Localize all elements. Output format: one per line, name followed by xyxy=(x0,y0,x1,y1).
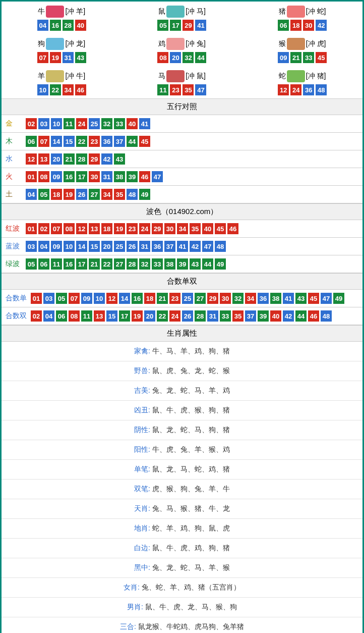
zodiac-animal-icon xyxy=(287,38,305,50)
number-ball: 35 xyxy=(190,223,201,234)
attr-row: 男肖: 鼠、牛、虎、龙、马、猴、狗 xyxy=(2,598,362,617)
number-ball: 29 xyxy=(152,223,163,234)
number-ball: 07 xyxy=(38,136,49,147)
number-ball: 04 xyxy=(43,310,54,322)
number-ball: 35 xyxy=(232,310,244,322)
number-ball: 15 xyxy=(106,310,117,322)
number-ball: 35 xyxy=(183,84,194,95)
attr-row: 地肖: 蛇、羊、鸡、狗、鼠、虎 xyxy=(2,519,362,539)
number-ball: 34 xyxy=(245,293,256,304)
number-ball: 22 xyxy=(76,136,87,147)
number-ball: 24 xyxy=(76,118,87,129)
attr-row: 黑中: 兔、龙、蛇、马、羊、猴 xyxy=(2,558,362,578)
attr-key: 天肖: xyxy=(134,504,152,512)
number-ball: 46 xyxy=(139,171,150,182)
attr-value: 鼠、牛、虎、猴、狗、猪 xyxy=(152,406,230,414)
number-ball: 36 xyxy=(303,84,314,95)
number-ball: 18 xyxy=(290,20,301,31)
number-ball: 01 xyxy=(26,171,37,182)
number-ball: 33 xyxy=(303,52,314,63)
number-ball: 23 xyxy=(127,223,138,234)
number-ball: 43 xyxy=(114,153,125,165)
zodiac-name: 狗 xyxy=(38,39,45,48)
number-ball: 04 xyxy=(26,189,37,200)
number-ball: 45 xyxy=(316,52,327,63)
number-ball: 22 xyxy=(157,310,168,322)
number-ball: 44 xyxy=(127,136,138,147)
zodiac-animal-icon xyxy=(166,6,185,18)
number-ball: 26 xyxy=(127,241,138,252)
number-ball: 32 xyxy=(139,258,150,270)
number-ball: 33 xyxy=(152,258,163,270)
number-ball: 04 xyxy=(37,20,48,31)
number-ball: 12 xyxy=(106,293,117,304)
ball-row: 11233547 xyxy=(122,84,242,95)
zodiac-title: 蛇[冲 猪] xyxy=(242,70,362,82)
attr-key: 三合: xyxy=(120,622,138,630)
number-ball: 23 xyxy=(170,84,181,95)
number-ball: 47 xyxy=(321,293,332,304)
number-ball: 10 xyxy=(64,241,75,252)
section-header-heshu: 合数单双 xyxy=(2,273,362,290)
number-ball: 31 xyxy=(139,241,150,252)
number-ball: 31 xyxy=(101,171,112,182)
attr-row: 凶丑: 鼠、牛、虎、猴、狗、猪 xyxy=(2,401,362,420)
number-ball: 02 xyxy=(26,118,37,129)
zodiac-name: 马 xyxy=(158,72,165,81)
section-header-wuxing: 五行对照 xyxy=(2,98,362,115)
number-ball: 27 xyxy=(89,189,100,200)
number-ball: 43 xyxy=(295,293,307,304)
number-ball: 08 xyxy=(38,171,49,182)
number-ball: 39 xyxy=(258,310,269,322)
number-ball: 16 xyxy=(50,20,61,31)
zodiac-name: 猪 xyxy=(279,7,286,16)
number-ball: 09 xyxy=(51,171,62,182)
number-ball: 11 xyxy=(51,258,62,270)
number-ball: 10 xyxy=(94,293,105,304)
zodiac-name: 蛇 xyxy=(279,72,286,81)
number-ball: 11 xyxy=(64,118,75,129)
number-ball: 20 xyxy=(144,310,155,322)
number-ball: 12 xyxy=(26,153,37,165)
attr-row: 双笔: 虎、猴、狗、兔、羊、牛 xyxy=(2,480,362,499)
ball-list: 0108091617303138394647 xyxy=(26,171,163,182)
number-ball: 38 xyxy=(270,293,281,304)
number-ball: 14 xyxy=(76,241,87,252)
number-ball: 37 xyxy=(245,310,256,322)
attr-row: 家禽: 牛、马、羊、鸡、狗、猪 xyxy=(2,342,362,361)
number-ball: 44 xyxy=(195,52,206,63)
number-ball: 13 xyxy=(89,223,100,234)
number-ball: 27 xyxy=(114,258,125,270)
number-ball: 09 xyxy=(51,241,62,252)
ball-row: 12243648 xyxy=(242,84,362,95)
zodiac-cell: 狗[冲 龙]07193143 xyxy=(2,34,122,66)
data-row: 绿波05061116172122272832333839434449 xyxy=(2,255,362,273)
number-ball: 36 xyxy=(152,241,163,252)
row-label: 土 xyxy=(6,190,26,199)
data-row: 土04051819262734354849 xyxy=(2,186,362,203)
number-ball: 31 xyxy=(207,310,218,322)
number-ball: 42 xyxy=(101,153,112,165)
row-label: 合数双 xyxy=(6,311,31,321)
number-ball: 40 xyxy=(75,20,86,31)
number-ball: 19 xyxy=(50,52,61,63)
attr-key: 阳性: xyxy=(134,445,152,453)
number-ball: 18 xyxy=(144,293,155,304)
attr-key: 女肖: xyxy=(124,583,142,591)
number-ball: 06 xyxy=(26,136,37,147)
number-ball: 40 xyxy=(270,310,281,322)
number-ball: 05 xyxy=(38,189,49,200)
number-ball: 37 xyxy=(114,136,125,147)
ball-row: 10223446 xyxy=(2,84,122,95)
number-ball: 17 xyxy=(76,171,87,182)
number-ball: 18 xyxy=(101,223,112,234)
number-ball: 08 xyxy=(69,310,80,322)
ball-row: 04162840 xyxy=(2,20,122,31)
number-ball: 11 xyxy=(157,84,168,95)
number-ball: 14 xyxy=(51,136,62,147)
wuxing-rows: 金02031011242532334041木060714152223363744… xyxy=(2,115,362,203)
number-ball: 05 xyxy=(56,293,67,304)
number-ball: 34 xyxy=(101,189,112,200)
number-ball: 18 xyxy=(51,189,62,200)
number-ball: 48 xyxy=(316,84,327,95)
